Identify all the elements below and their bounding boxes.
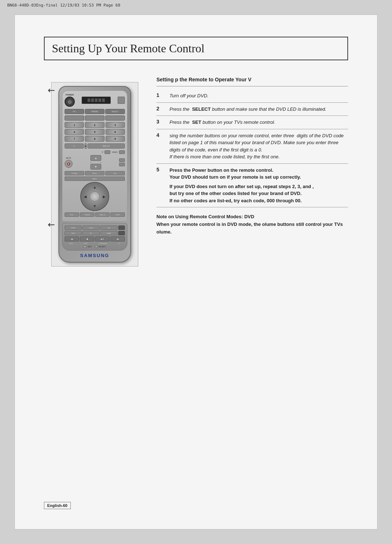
select-button[interactable]: SELECT — [105, 109, 125, 114]
nav-ok-button[interactable] — [90, 191, 100, 202]
dnr-row: DNR PC SWAP — [65, 231, 125, 235]
remote-body: POWER ⏻ TV□ P.MODE — [58, 86, 131, 263]
rew-button[interactable]: ⏮ — [65, 236, 79, 241]
antenna-icon — [118, 97, 125, 104]
remote-bottom: P.SIZE SLEEP PIP DNR PC SWAP ⏮ — [62, 223, 127, 251]
step-4-num: 4 — [156, 132, 164, 161]
play-pause-button[interactable]: ▶⏸ — [95, 236, 110, 241]
display-area — [82, 97, 111, 104]
exit-button[interactable]: EXIT — [105, 171, 125, 175]
step-4: 4 sing the number buttons on your remote… — [156, 129, 348, 164]
step-5-main: 5 Press the Power button on the remote c… — [156, 167, 348, 181]
left-column: ↗ ↗ POWER ⏻ — [44, 78, 149, 493]
num-2[interactable]: 2 — [85, 122, 104, 128]
nav-up-button[interactable]: ▲ — [92, 184, 98, 190]
transport-btns: ⏮ ⏹ ▶⏸ ⏭ — [65, 236, 125, 241]
ch-area — [119, 158, 125, 166]
step-3-text: Press the SET button on your TVs remote … — [170, 119, 275, 126]
menu-button[interactable]: MENU — [65, 176, 125, 181]
step-5-num: 5 — [156, 167, 164, 181]
transport-labels: REWSTOPPLAY/PAUSEFF — [65, 243, 125, 244]
num-9[interactable]: 9 — [106, 136, 125, 142]
note-section: Note on Using Remote Control Modes: DVD … — [156, 213, 348, 236]
set-label: SET — [87, 245, 92, 248]
vol-up-button[interactable]: ▲ — [90, 155, 101, 161]
page: Setting Up Your Remote Control ↗ ↗ POWER… — [15, 15, 377, 529]
step-2: 2 Press the SELECT button and make sure … — [156, 103, 348, 116]
nav-circle: ▲ ▼ ◀ ▶ — [80, 182, 109, 211]
heading-divider — [156, 86, 348, 86]
remote-top-section: POWER ⏻ TV□ P.MODE — [62, 90, 127, 222]
step-1-num: 1 — [156, 92, 164, 100]
btn-wide-2[interactable] — [85, 115, 105, 121]
nav-down-button[interactable]: ▼ — [92, 203, 98, 209]
num-4[interactable]: 4 — [65, 129, 84, 135]
pip-button[interactable]: PIP — [101, 226, 118, 230]
ttx-info-row: TTX/MIX INFO/□ EXIT — [65, 171, 125, 175]
remote-outer-box: POWER ⏻ TV□ P.MODE — [51, 82, 138, 267]
tv-mode-button[interactable]: TV□ — [65, 109, 84, 114]
color-wide-row — [65, 115, 125, 121]
dnr-button[interactable]: DNR — [65, 231, 82, 235]
bottom-mode-row: STILL S.MODE DUAL I-II SURR — [65, 212, 125, 217]
dash-button[interactable]: -/-- — [65, 143, 84, 149]
pc-button[interactable]: PC — [82, 231, 99, 235]
menu-row: MENU — [65, 176, 125, 181]
btn-wide-3[interactable] — [105, 115, 125, 121]
info-button[interactable]: INFO/□ — [85, 171, 105, 175]
p-label: P — [102, 151, 103, 153]
num-5[interactable]: 5 — [85, 129, 104, 135]
num-3[interactable]: 3 — [106, 122, 125, 128]
stop-button[interactable]: ⏹ — [80, 236, 94, 241]
samsung-logo: SAMSUNG — [62, 253, 127, 258]
mute-label: MUTE — [66, 157, 71, 159]
section-heading: Setting p the Remote to Operate Your V — [156, 77, 348, 82]
pip-extra-btn[interactable] — [118, 226, 125, 230]
step-1-text: Turn off your DVD. — [170, 92, 208, 100]
nav-pad: ▲ ▼ ◀ ▶ — [80, 182, 109, 211]
swap-button[interactable]: SWAP — [101, 231, 118, 235]
ch-down-btn[interactable] — [119, 163, 125, 166]
vol-ch-labels: ++ — [90, 161, 101, 163]
power-button[interactable]: ⏻ — [65, 97, 75, 107]
step-3: 3 Press the SET button on your TVs remot… — [156, 116, 348, 129]
reset-radio[interactable] — [95, 245, 98, 248]
p-btn[interactable] — [105, 150, 110, 154]
dual-button[interactable]: DUAL I-II — [95, 212, 110, 217]
set-item: SET — [83, 245, 92, 248]
btn-wide-1[interactable] — [65, 115, 84, 121]
power-row: POWER ⏻ — [65, 94, 125, 107]
pip-row: P.SIZE SLEEP PIP — [65, 226, 125, 230]
nav-right-button[interactable]: ▶ — [101, 194, 107, 199]
num-8[interactable]: 8 — [85, 136, 104, 142]
sleep-button[interactable]: SLEEP — [82, 226, 99, 230]
mute-button[interactable]: 🔇 — [65, 160, 73, 168]
display-bars — [87, 98, 105, 102]
num-7[interactable]: 7 — [65, 136, 84, 142]
psize-button[interactable]: P.SIZE — [65, 226, 82, 230]
surround-button[interactable]: SURR — [110, 212, 125, 217]
step-5-text: Press the Power button on the remote con… — [170, 167, 301, 181]
video-label: VIDEO — [112, 151, 118, 153]
mute-area: MUTE 🔇 — [65, 157, 73, 168]
swap-extra-btn[interactable] — [118, 231, 125, 235]
ttx-mix-button[interactable]: TTX/MIX — [65, 171, 84, 175]
pmode-button[interactable]: P.MODE — [85, 109, 105, 114]
num-0[interactable]: 0 — [85, 143, 87, 149]
set-reset-row: SET RESET — [65, 245, 125, 248]
title-section: Setting Up Your Remote Control — [44, 37, 348, 60]
smode-button[interactable]: S.MODE — [80, 212, 94, 217]
reset-item: RESET — [95, 245, 106, 248]
video-btn[interactable] — [119, 150, 125, 154]
num-6[interactable]: 6 — [106, 129, 125, 135]
ch-up-btn[interactable] — [119, 158, 125, 162]
still-button[interactable]: STILL — [65, 212, 79, 217]
prech-button[interactable]: PRE-CH — [87, 143, 125, 149]
step-5-extra-text: If your DVD does not turn on after set u… — [170, 183, 348, 204]
nav-left-button[interactable]: ◀ — [82, 194, 88, 199]
set-radio[interactable] — [83, 245, 86, 248]
vol-down-button[interactable]: ▼ — [90, 164, 101, 170]
ff-button[interactable]: ⏭ — [110, 236, 125, 241]
vol-pad: ▲ ++ ▼ — [74, 155, 118, 170]
num-1[interactable]: 1 — [65, 122, 84, 128]
